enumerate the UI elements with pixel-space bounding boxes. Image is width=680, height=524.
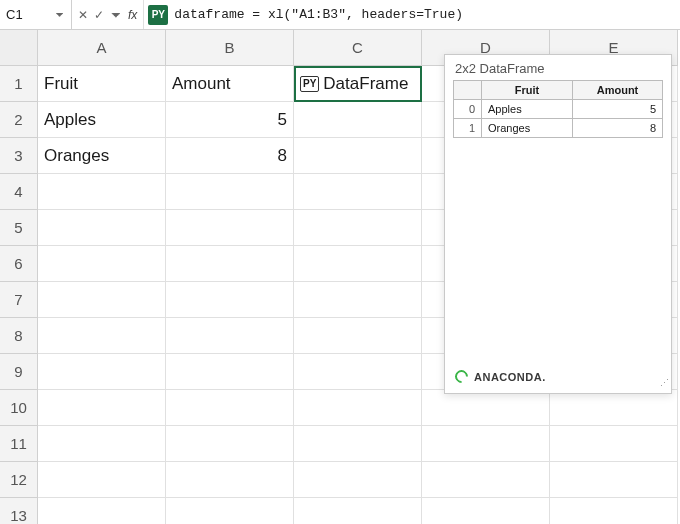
cell-C7[interactable] (294, 282, 422, 318)
formula-bar: C1 ⏷ ✕ ✓ ⏷ fx PY dataframe = xl("A1:B3",… (0, 0, 680, 30)
cell-C2[interactable] (294, 102, 422, 138)
resize-handle-icon[interactable]: ⋰ (659, 381, 669, 391)
cell-B4[interactable] (166, 174, 294, 210)
cell-B10[interactable] (166, 390, 294, 426)
column-header-C[interactable]: C (294, 30, 422, 66)
select-all-corner[interactable] (0, 30, 38, 66)
row-header-5[interactable]: 5 (0, 210, 38, 246)
fx-label[interactable]: fx (128, 9, 137, 21)
row-header-2[interactable]: 2 (0, 102, 38, 138)
cell-A1[interactable]: Fruit (38, 66, 166, 102)
cell-B7[interactable] (166, 282, 294, 318)
cell-E11[interactable] (550, 426, 678, 462)
popover-footer: ANACONDA. (445, 360, 671, 393)
cell-D10[interactable] (422, 390, 550, 426)
fx-dropdown-icon[interactable]: ⏷ (110, 9, 122, 21)
preview-col-amount: Amount (573, 81, 663, 100)
cell-E12[interactable] (550, 462, 678, 498)
cell-B13[interactable] (166, 498, 294, 524)
preview-row: 1 Oranges 8 (454, 119, 663, 138)
chevron-down-icon[interactable]: ⏷ (55, 9, 65, 20)
dataframe-preview-popover: 2x2 DataFrame Fruit Amount 0 Apples 5 1 … (444, 54, 672, 394)
cell-C8[interactable] (294, 318, 422, 354)
preview-index-header (454, 81, 482, 100)
cell-C11[interactable] (294, 426, 422, 462)
cell-A13[interactable] (38, 498, 166, 524)
row-header-12[interactable]: 12 (0, 462, 38, 498)
cell-B12[interactable] (166, 462, 294, 498)
name-box[interactable]: C1 ⏷ (0, 0, 72, 29)
row-header-13[interactable]: 13 (0, 498, 38, 524)
cell-C6[interactable] (294, 246, 422, 282)
cell-C4[interactable] (294, 174, 422, 210)
confirm-icon[interactable]: ✓ (94, 9, 104, 21)
cell-E13[interactable] (550, 498, 678, 524)
row-header-4[interactable]: 4 (0, 174, 38, 210)
cell-B11[interactable] (166, 426, 294, 462)
preview-col-fruit: Fruit (482, 81, 573, 100)
cell-D12[interactable] (422, 462, 550, 498)
cell-B9[interactable] (166, 354, 294, 390)
cell-A5[interactable] (38, 210, 166, 246)
row-header-10[interactable]: 10 (0, 390, 38, 426)
cell-C1[interactable]: PYDataFrame (294, 66, 422, 102)
cell-E10[interactable] (550, 390, 678, 426)
cell-A2[interactable]: Apples (38, 102, 166, 138)
cell-A7[interactable] (38, 282, 166, 318)
column-header-B[interactable]: B (166, 30, 294, 66)
cell-B8[interactable] (166, 318, 294, 354)
row-header-7[interactable]: 7 (0, 282, 38, 318)
cell-D13[interactable] (422, 498, 550, 524)
cell-A6[interactable] (38, 246, 166, 282)
preview-row: 0 Apples 5 (454, 100, 663, 119)
preview-table: Fruit Amount 0 Apples 5 1 Oranges 8 (453, 80, 663, 138)
cell-C12[interactable] (294, 462, 422, 498)
cell-D11[interactable] (422, 426, 550, 462)
row-header-3[interactable]: 3 (0, 138, 38, 174)
cell-C13[interactable] (294, 498, 422, 524)
anaconda-brand-text: ANACONDA. (474, 371, 546, 383)
cell-B1[interactable]: Amount (166, 66, 294, 102)
cell-A10[interactable] (38, 390, 166, 426)
cell-A3[interactable]: Oranges (38, 138, 166, 174)
anaconda-logo-icon (452, 367, 470, 385)
formula-input[interactable]: dataframe = xl("A1:B3", headers=True) (168, 7, 680, 22)
row-header-11[interactable]: 11 (0, 426, 38, 462)
cell-C3[interactable] (294, 138, 422, 174)
python-badge-icon: PY (148, 5, 168, 25)
popover-title: 2x2 DataFrame (445, 55, 671, 80)
column-header-A[interactable]: A (38, 30, 166, 66)
cell-A4[interactable] (38, 174, 166, 210)
formula-controls: ✕ ✓ ⏷ fx (72, 0, 144, 29)
cell-B5[interactable] (166, 210, 294, 246)
cell-C10[interactable] (294, 390, 422, 426)
python-cell-badge-icon: PY (300, 76, 319, 92)
cell-B6[interactable] (166, 246, 294, 282)
cell-A12[interactable] (38, 462, 166, 498)
cell-C5[interactable] (294, 210, 422, 246)
cell-C9[interactable] (294, 354, 422, 390)
row-header-8[interactable]: 8 (0, 318, 38, 354)
row-header-9[interactable]: 9 (0, 354, 38, 390)
active-cell-ref: C1 (6, 7, 23, 22)
cell-A9[interactable] (38, 354, 166, 390)
cell-A11[interactable] (38, 426, 166, 462)
cell-text-C1: DataFrame (323, 74, 408, 94)
cancel-icon[interactable]: ✕ (78, 9, 88, 21)
row-header-6[interactable]: 6 (0, 246, 38, 282)
row-header-1[interactable]: 1 (0, 66, 38, 102)
cell-B2[interactable]: 5 (166, 102, 294, 138)
cell-B3[interactable]: 8 (166, 138, 294, 174)
cell-A8[interactable] (38, 318, 166, 354)
